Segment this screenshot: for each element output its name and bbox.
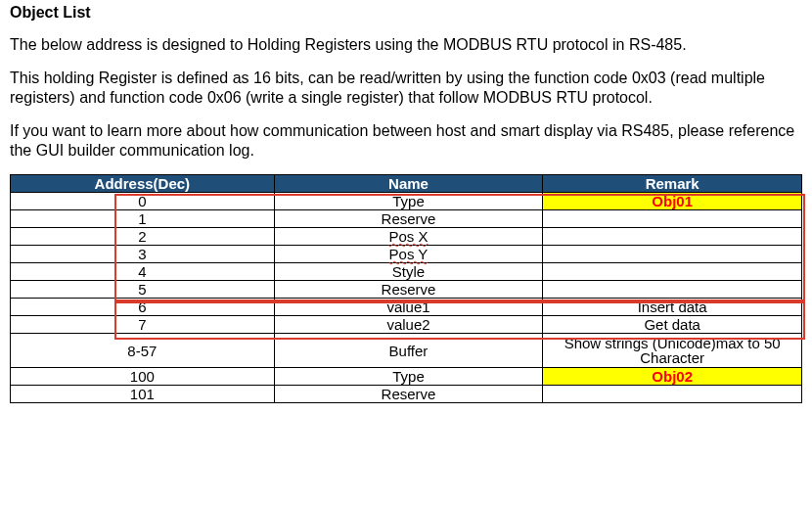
cell-remark: Obj01 [543, 193, 802, 210]
cell-remark: Insert data [543, 299, 802, 316]
table-row: 100TypeObj02 [11, 368, 802, 386]
cell-address: 1 [11, 210, 275, 228]
cell-address: 2 [11, 228, 275, 246]
table-row: 8-57BufferShow strings (Unicode)max to 5… [11, 334, 802, 368]
cell-name: Style [274, 263, 543, 281]
table-header-row: Address(Dec) Name Remark [11, 175, 802, 193]
cell-remark: Obj02 [543, 368, 802, 386]
cell-remark [543, 281, 802, 299]
paragraph-1: The below address is designed to Holding… [10, 35, 802, 55]
cell-address: 0 [11, 193, 275, 210]
cell-address: 4 [11, 263, 275, 281]
cell-address: 101 [11, 386, 275, 403]
paragraph-3: If you want to learn more about how comm… [10, 121, 802, 161]
table-row: 1Reserve [11, 210, 802, 228]
cell-address: 3 [11, 246, 275, 263]
table-row: 3Pos Y [11, 246, 802, 263]
cell-name: Type [274, 368, 543, 386]
cell-remark [543, 386, 802, 403]
cell-name: Pos Y [274, 246, 543, 263]
cell-name: Type [274, 193, 543, 210]
cell-remark: Get data [543, 316, 802, 334]
table-row: 2Pos X [11, 228, 802, 246]
col-header-address: Address(Dec) [11, 175, 275, 193]
table-row: 0TypeObj01 [11, 193, 802, 210]
paragraph-2: This holding Register is defined as 16 b… [10, 69, 802, 108]
cell-name: Pos X [274, 228, 543, 246]
cell-name: Reserve [274, 281, 543, 299]
cell-remark: Show strings (Unicode)max to 50 Characte… [543, 334, 802, 368]
cell-address: 8-57 [11, 334, 275, 368]
cell-name: Reserve [274, 210, 543, 228]
cell-address: 6 [11, 299, 275, 316]
section-heading: Object List [10, 4, 802, 22]
cell-name: value2 [274, 316, 543, 334]
cell-name: Reserve [274, 386, 543, 403]
object-list-table: Address(Dec) Name Remark 0TypeObj011Rese… [10, 174, 802, 403]
cell-remark [543, 246, 802, 263]
cell-name: value1 [274, 299, 543, 316]
table-row: 4Style [11, 263, 802, 281]
cell-remark [543, 228, 802, 246]
cell-remark [543, 263, 802, 281]
cell-address: 7 [11, 316, 275, 334]
table-row: 101Reserve [11, 386, 802, 403]
table-row: 5Reserve [11, 281, 802, 299]
cell-name: Buffer [274, 334, 543, 368]
col-header-remark: Remark [543, 175, 802, 193]
cell-address: 100 [11, 368, 275, 386]
cell-address: 5 [11, 281, 275, 299]
cell-remark [543, 210, 802, 228]
col-header-name: Name [274, 175, 543, 193]
table-row: 6value1Insert data [11, 299, 802, 316]
table-row: 7value2Get data [11, 316, 802, 334]
